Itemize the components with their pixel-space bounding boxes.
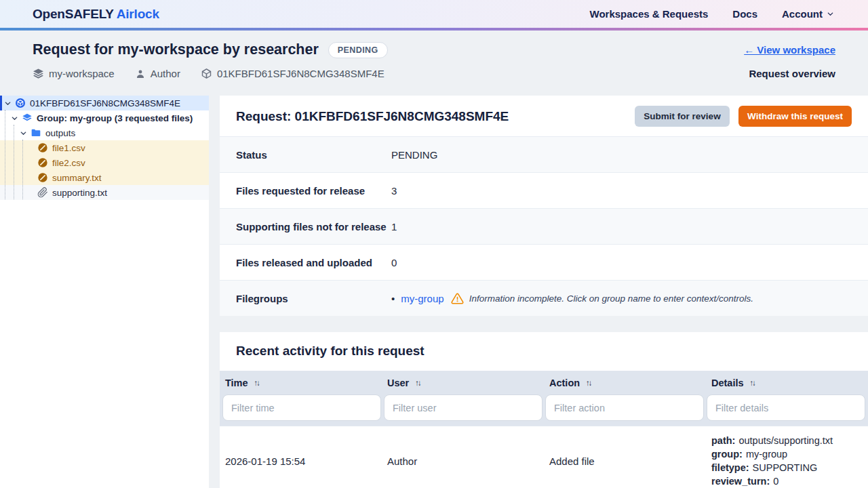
filegroup-link[interactable]: my-group: [401, 293, 443, 304]
page-header-right: ← View workspace Request overview: [744, 41, 835, 96]
chevron-down-icon: [4, 100, 12, 107]
filter-time-input[interactable]: [222, 394, 381, 421]
summary-label: Files requested for release: [236, 185, 391, 197]
request-title: Request: 01KFBFD61SFJ6N8CMG348SMF4E: [236, 109, 509, 124]
filter-user-input[interactable]: [384, 394, 542, 421]
summary-value: 1: [391, 221, 397, 232]
nav-account-menu[interactable]: Account: [782, 8, 834, 20]
sort-icon[interactable]: ↑↓: [586, 379, 591, 387]
request-overview-label: Request overview: [744, 68, 835, 79]
column-label: Time: [225, 378, 248, 388]
column-header-time[interactable]: Time ↑↓: [220, 371, 382, 394]
summary-value: 3: [391, 185, 397, 197]
tree-item-label: supporting.txt: [52, 188, 107, 198]
workspace-meta: my-workspace: [33, 68, 115, 79]
chevron-down-icon: [827, 10, 834, 18]
sort-icon[interactable]: ↑↓: [415, 379, 420, 387]
summary-label: Supporting files not for release: [236, 221, 391, 232]
withdraw-request-button[interactable]: Withdraw this request: [738, 106, 852, 127]
summary-label: Status: [236, 149, 391, 161]
tree-item-group[interactable]: Group: my-group (3 requested files): [0, 110, 209, 125]
summary-label: Filegroups: [236, 293, 391, 304]
filter-details-input[interactable]: [707, 394, 865, 421]
activity-action: Added file: [544, 447, 706, 475]
nav-workspaces-requests[interactable]: Workspaces & Requests: [590, 8, 709, 20]
tree-item-label: file1.csv: [52, 143, 85, 153]
sort-icon[interactable]: ↑↓: [254, 379, 260, 387]
nav-links: Workspaces & Requests Docs Account: [590, 8, 834, 20]
tree-item-label: summary.txt: [52, 173, 102, 183]
output-file-icon: [37, 157, 48, 168]
page-title: Request for my-workspace by researcher: [33, 41, 319, 58]
sort-icon[interactable]: ↑↓: [750, 379, 755, 387]
request-summary-card: Request: 01KFBFD61SFJ6N8CMG348SMF4E Subm…: [220, 96, 868, 316]
column-header-details[interactable]: Details ↑↓: [706, 371, 868, 394]
tree-item-request-root[interactable]: 01KFBFD61SFJ6N8CMG348SMF4E: [0, 96, 209, 110]
activity-time: 2026-01-19 15:54: [220, 447, 382, 475]
file-tree-sidebar: 01KFBFD61SFJ6N8CMG348SMF4E Group: my-gro…: [0, 96, 209, 488]
content-area: 01KFBFD61SFJ6N8CMG348SMF4E Group: my-gro…: [0, 96, 868, 488]
summary-row-status: Status PENDING: [220, 136, 868, 172]
request-meta: my-workspace Author 01KFBFD61SFJ6N8CMG34…: [33, 68, 388, 79]
view-workspace-link[interactable]: ← View workspace: [744, 44, 835, 56]
column-header-action[interactable]: Action ↑↓: [544, 371, 706, 394]
nav-docs[interactable]: Docs: [732, 8, 757, 20]
package-icon: [15, 98, 26, 108]
page-header-left: Request for my-workspace by researcher P…: [33, 41, 388, 96]
app-logo[interactable]: OpenSAFELYAirlock: [33, 7, 159, 22]
activity-filter-row: [220, 394, 868, 426]
layers-icon: [22, 113, 33, 123]
paperclip-icon: [37, 187, 48, 198]
request-id-meta: 01KFBFD61SFJ6N8CMG348SMF4E: [201, 68, 384, 79]
tree-guide-line: [14, 125, 14, 199]
summary-value: PENDING: [391, 149, 437, 161]
tree-guide-line: [22, 140, 23, 199]
bullet-glyph: •: [391, 293, 395, 304]
logo-secondary: Airlock: [117, 7, 159, 21]
request-id: 01KFBFD61SFJ6N8CMG348SMF4E: [217, 68, 384, 79]
workspace-name: my-workspace: [49, 68, 115, 79]
user-icon: [135, 68, 146, 79]
package-icon: [201, 68, 212, 79]
tree-item-label: file2.csv: [52, 158, 85, 168]
summary-label: Files released and uploaded: [236, 257, 391, 268]
filter-action-input[interactable]: [545, 394, 704, 421]
detail-line-review-turn: review_turn:0: [711, 474, 863, 488]
folder-icon: [31, 127, 41, 138]
detail-line-path: path:outputs/supporting.txt: [711, 434, 863, 447]
layers-icon: [33, 68, 44, 79]
summary-row-released-files: Files released and uploaded 0: [220, 244, 868, 280]
author-meta: Author: [135, 68, 180, 79]
tree-item-file1[interactable]: file1.csv: [0, 140, 209, 155]
tree-guide-line: [5, 110, 5, 199]
activity-table-header: Time ↑↓ User ↑↓ Action ↑↓ Details ↑↓: [220, 371, 868, 394]
activity-user: Author: [382, 447, 544, 475]
page-header: Request for my-workspace by researcher P…: [0, 30, 868, 96]
logo-primary: OpenSAFELY: [33, 7, 114, 21]
summary-value: 0: [391, 257, 397, 268]
top-navbar: OpenSAFELYAirlock Workspaces & Requests …: [0, 0, 868, 28]
activity-details: path:outputs/supporting.txt group:my-gro…: [706, 426, 868, 488]
column-label: Action: [549, 378, 580, 388]
detail-line-filetype: filetype:SUPPORTING: [711, 461, 863, 474]
tree-item-outputs-folder[interactable]: outputs: [0, 125, 209, 140]
column-label: User: [387, 378, 409, 388]
summary-row-supporting-files: Supporting files not for release 1: [220, 208, 868, 244]
column-header-user[interactable]: User ↑↓: [382, 371, 544, 394]
tree-item-label: 01KFBFD61SFJ6N8CMG348SMF4E: [30, 98, 180, 108]
recent-activity-card: Recent activity for this request Time ↑↓…: [220, 332, 868, 488]
tree-item-summary[interactable]: summary.txt: [0, 170, 209, 185]
column-label: Details: [711, 378, 744, 388]
main-panel: Request: 01KFBFD61SFJ6N8CMG348SMF4E Subm…: [220, 96, 868, 488]
tree-item-label: outputs: [45, 128, 75, 138]
tree-item-supporting[interactable]: supporting.txt: [0, 185, 209, 200]
summary-row-requested-files: Files requested for release 3: [220, 172, 868, 208]
submit-for-review-button[interactable]: Submit for review: [635, 106, 729, 127]
filegroup-warning-text: Information incomplete. Click on group n…: [469, 293, 753, 304]
detail-line-group: group:my-group: [711, 447, 863, 461]
summary-row-filegroups: Filegroups • my-group Information incomp…: [220, 280, 868, 316]
author-name: Author: [151, 68, 180, 79]
warning-icon: [451, 292, 464, 305]
chevron-down-icon: [11, 115, 18, 122]
tree-item-file2[interactable]: file2.csv: [0, 155, 209, 170]
